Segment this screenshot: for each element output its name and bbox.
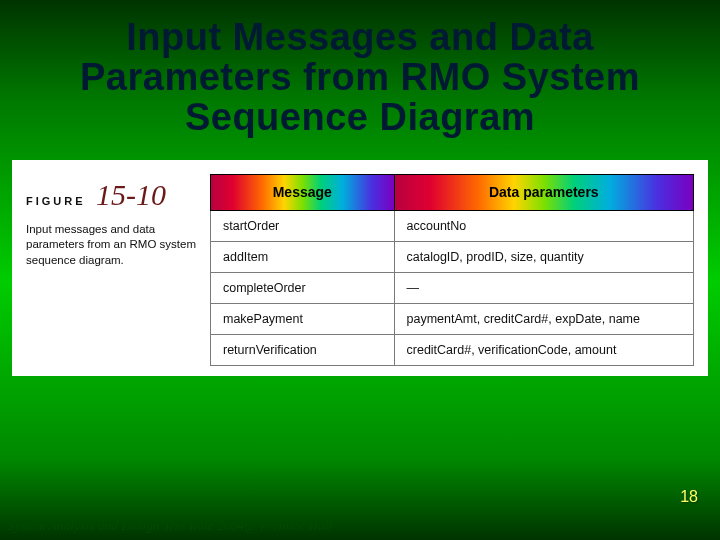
table-header-row: Message Data parameters xyxy=(211,174,694,210)
figure-left: FIGURE 15-10 Input messages and data par… xyxy=(26,174,206,366)
cell-params: paymentAmt, creditCard#, expDate, name xyxy=(394,303,693,334)
cell-params: catalogID, prodID, size, quantity xyxy=(394,241,693,272)
header-params: Data parameters xyxy=(394,174,693,210)
header-params-text: Data parameters xyxy=(489,184,599,200)
table-row: addItem catalogID, prodID, size, quantit… xyxy=(211,241,694,272)
header-message-text: Message xyxy=(273,184,332,200)
data-table: Message Data parameters startOrder accou… xyxy=(210,174,694,366)
cell-params: — xyxy=(394,272,693,303)
header-message: Message xyxy=(211,174,395,210)
cell-message: makePayment xyxy=(211,303,395,334)
cell-params: accountNo xyxy=(394,210,693,241)
table-row: startOrder accountNo xyxy=(211,210,694,241)
figure-heading: FIGURE 15-10 xyxy=(26,178,206,212)
table-row: completeOrder — xyxy=(211,272,694,303)
slide-title: Input Messages and Data Parameters from … xyxy=(0,0,720,148)
figure-caption: Input messages and data parameters from … xyxy=(26,222,196,269)
table-wrap: Message Data parameters startOrder accou… xyxy=(210,174,694,366)
cell-params: creditCard#, verificationCode, amount xyxy=(394,334,693,365)
cell-message: startOrder xyxy=(211,210,395,241)
cell-message: completeOrder xyxy=(211,272,395,303)
footer-text: System Analysis and Design Jess Role 200… xyxy=(8,518,332,534)
table-row: returnVerification creditCard#, verifica… xyxy=(211,334,694,365)
figure-number: 15-10 xyxy=(96,178,166,212)
table-row: makePayment paymentAmt, creditCard#, exp… xyxy=(211,303,694,334)
cell-message: returnVerification xyxy=(211,334,395,365)
figure-panel: FIGURE 15-10 Input messages and data par… xyxy=(12,160,708,376)
page-number: 18 xyxy=(680,488,698,506)
cell-message: addItem xyxy=(211,241,395,272)
figure-label: FIGURE xyxy=(26,195,86,207)
